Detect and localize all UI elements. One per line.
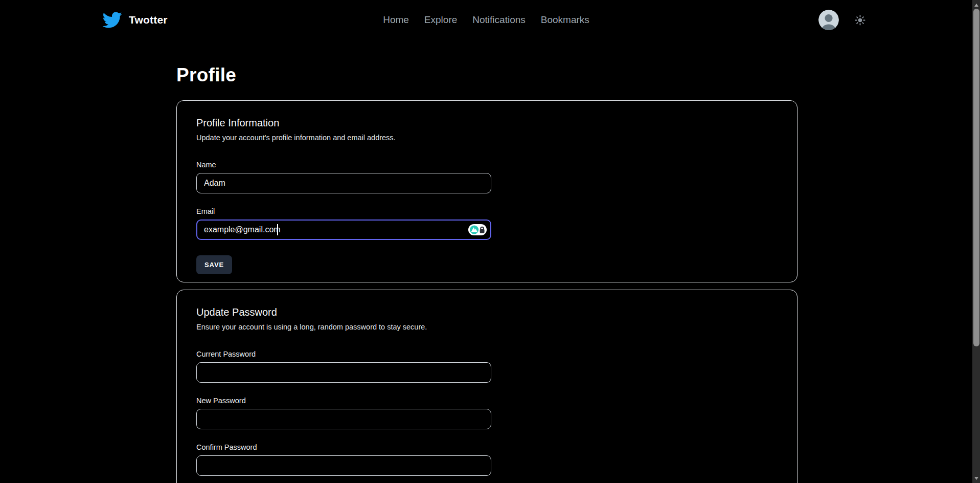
nav-item-explore[interactable]: Explore xyxy=(424,14,457,26)
main-nav: Home Explore Notifications Bookmarks xyxy=(383,14,589,26)
page-title: Profile xyxy=(176,64,236,86)
sun-icon xyxy=(854,14,866,26)
update-password-card: Update Password Ensure your account is u… xyxy=(176,290,797,483)
theme-toggle-button[interactable] xyxy=(854,14,866,26)
name-field-group: Name xyxy=(196,161,778,193)
confirm-password-input[interactable] xyxy=(196,455,491,476)
current-password-input[interactable] xyxy=(196,362,491,383)
scroll-up-arrow[interactable] xyxy=(972,1,980,9)
nav-item-notifications[interactable]: Notifications xyxy=(472,14,526,26)
twitter-bird-icon xyxy=(100,10,124,30)
confirm-password-label: Confirm Password xyxy=(196,443,778,451)
navbar-actions xyxy=(818,10,866,30)
profile-information-card: Profile Information Update your account'… xyxy=(176,100,797,282)
email-input[interactable] xyxy=(196,219,491,240)
email-field-group: Email xyxy=(196,207,778,240)
vertical-scrollbar[interactable] xyxy=(972,0,980,483)
password-card-title: Update Password xyxy=(196,306,778,318)
current-password-field-group: Current Password xyxy=(196,350,778,383)
save-button[interactable]: SAVE xyxy=(196,255,232,274)
new-password-field-group: New Password xyxy=(196,397,778,429)
new-password-label: New Password xyxy=(196,397,778,405)
email-input-wrapper xyxy=(196,219,491,240)
scrollbar-thumb[interactable] xyxy=(973,9,979,346)
name-input[interactable] xyxy=(196,173,491,193)
brand-name: Twotter xyxy=(129,14,168,26)
brand-home-link[interactable]: Twotter xyxy=(100,10,168,30)
profile-card-title: Profile Information xyxy=(196,117,778,129)
confirm-password-field-group: Confirm Password xyxy=(196,443,778,476)
top-navbar: Twotter Home Explore Notifications Bookm… xyxy=(0,0,972,40)
nav-item-home[interactable]: Home xyxy=(383,14,409,26)
email-label: Email xyxy=(196,207,778,215)
scroll-down-arrow[interactable] xyxy=(972,474,980,482)
current-password-label: Current Password xyxy=(196,350,778,358)
new-password-input[interactable] xyxy=(196,409,491,429)
profile-card-description: Update your account's profile informatio… xyxy=(196,134,778,142)
user-avatar[interactable] xyxy=(818,10,839,30)
name-label: Name xyxy=(196,161,778,169)
nav-item-bookmarks[interactable]: Bookmarks xyxy=(541,14,589,26)
nordpass-autofill-icon[interactable] xyxy=(468,224,487,235)
text-cursor xyxy=(277,224,278,235)
password-card-description: Ensure your account is using a long, ran… xyxy=(196,323,778,331)
